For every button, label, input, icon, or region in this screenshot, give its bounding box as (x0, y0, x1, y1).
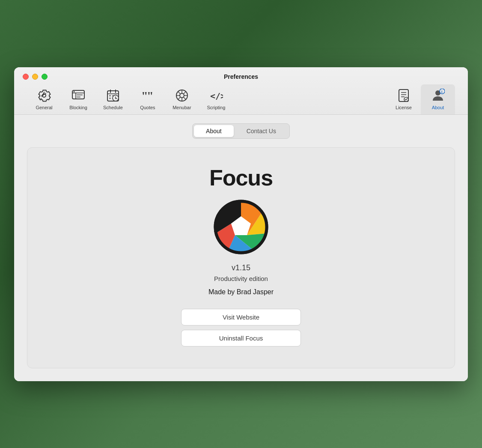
scripting-label: Scripting (207, 105, 225, 110)
gear-icon (36, 88, 52, 103)
svg-text:": " (147, 89, 154, 102)
window-title: Preferences (224, 73, 258, 80)
blocking-label: Blocking (69, 105, 87, 110)
menubar-label: Menubar (173, 105, 191, 110)
tab-license[interactable]: License (387, 84, 421, 114)
svg-point-5 (74, 91, 75, 92)
edition-text: Productivity edition (214, 275, 268, 282)
version-text: v1.15 (232, 263, 250, 272)
svg-line-26 (178, 92, 181, 94)
svg-rect-10 (109, 95, 111, 96)
about-icon: i (430, 88, 446, 103)
quotes-icon: " " (140, 88, 155, 103)
tab-menubar[interactable]: Menubar (165, 84, 199, 114)
app-name: Focus (209, 165, 273, 191)
subtabs: About Contact Us (27, 123, 455, 139)
titlebar: Preferences General (14, 67, 468, 115)
visit-website-button[interactable]: Visit Website (181, 309, 301, 326)
tab-schedule[interactable]: Schedule (95, 84, 131, 114)
uninstall-button[interactable]: Uninstall Focus (181, 330, 301, 346)
scripting-icon: </> (208, 88, 224, 103)
schedule-icon (105, 88, 121, 103)
toolbar-spacer (233, 84, 387, 114)
svg-line-29 (178, 97, 181, 99)
svg-line-27 (183, 97, 186, 99)
traffic-lights (23, 74, 48, 80)
about-content-card: Focus (27, 147, 455, 368)
tab-blocking[interactable]: Blocking (61, 84, 95, 114)
quotes-label: Quotes (140, 105, 155, 110)
schedule-label: Schedule (103, 105, 123, 110)
focus-logo (213, 199, 269, 255)
license-label: License (396, 105, 412, 110)
license-icon (396, 88, 411, 103)
preferences-window: Preferences General (14, 67, 468, 381)
toolbar: General Blocking (23, 84, 459, 114)
subtab-about[interactable]: About (194, 125, 234, 137)
tab-general[interactable]: General (27, 84, 61, 114)
svg-text:</>: </> (210, 91, 223, 101)
svg-line-28 (183, 92, 186, 94)
close-button[interactable] (23, 74, 29, 80)
titlebar-top: Preferences (23, 73, 459, 80)
svg-rect-13 (109, 98, 111, 99)
maximize-button[interactable] (42, 74, 48, 80)
menubar-icon (174, 88, 190, 103)
about-label: About (432, 105, 444, 110)
minimize-button[interactable] (32, 74, 38, 80)
subtab-contact[interactable]: Contact Us (235, 125, 288, 137)
main-content: About Contact Us Focus (14, 115, 468, 381)
general-label: General (36, 105, 52, 110)
blocking-icon (71, 88, 86, 103)
author-text: Made by Brad Jasper (208, 288, 274, 296)
svg-rect-3 (77, 94, 83, 96)
tab-about[interactable]: i About (421, 84, 455, 114)
svg-rect-4 (77, 96, 80, 98)
tab-scripting[interactable]: </> Scripting (199, 84, 233, 114)
tab-quotes[interactable]: " " Quotes (131, 84, 165, 114)
subtab-bar: About Contact Us (192, 123, 290, 139)
